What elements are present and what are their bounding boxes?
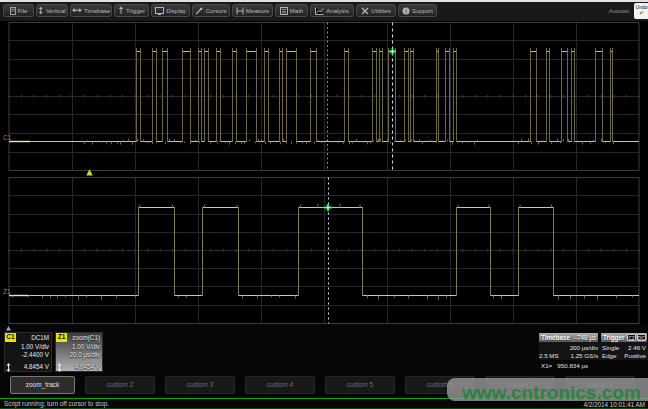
- svg-text:Z1: Z1: [3, 288, 11, 295]
- svg-text:C1: C1: [3, 134, 12, 141]
